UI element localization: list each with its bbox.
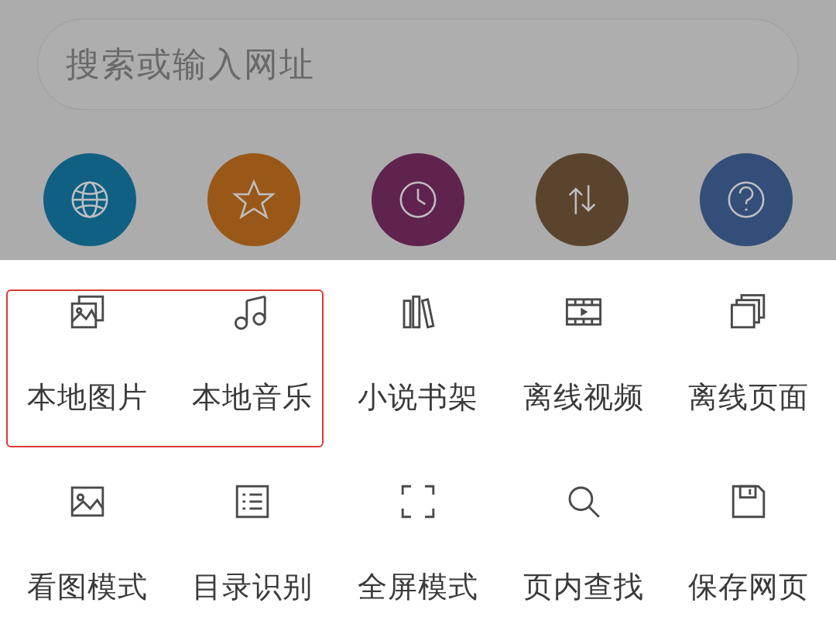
expand-icon [397,479,439,524]
menu-label: 本地图片 [27,378,148,417]
tools-menu-panel: 本地图片 本地音乐 小说书架 [0,260,836,607]
pages-stack-icon [728,289,769,334]
menu-label: 本地音乐 [192,378,313,417]
question-icon [725,178,768,221]
svg-point-10 [745,208,747,211]
images-stack-icon [67,289,108,334]
svg-line-6 [418,200,425,204]
menu-label: 小说书架 [358,378,478,417]
menu-label: 保存网页 [688,567,809,607]
menu-item-find-in-page[interactable]: 页内查找 [501,479,666,607]
menu-item-local-music[interactable]: 本地音乐 [170,289,336,417]
quick-globe[interactable] [43,153,136,246]
menu-label: 目录识别 [192,567,313,607]
menu-label: 离线视频 [523,378,644,417]
menu-item-bookshelf[interactable]: 小说书架 [335,289,501,417]
svg-point-36 [77,495,83,500]
video-player-icon [563,289,605,334]
quick-history[interactable] [372,153,464,246]
svg-marker-21 [422,300,433,327]
floppy-save-icon [728,479,769,524]
svg-marker-46 [733,486,764,517]
menu-item-offline-pages[interactable]: 离线页面 [666,289,831,417]
svg-marker-3 [235,182,273,217]
search-bar[interactable]: 搜索或输入网址 [37,19,799,110]
menu-item-offline-video[interactable]: 离线视频 [501,289,666,417]
svg-rect-19 [404,301,410,327]
quick-help[interactable] [700,153,793,246]
list-icon [231,479,273,524]
menu-label: 看图模式 [27,567,148,607]
picture-icon [67,479,108,524]
menu-item-image-mode[interactable]: 看图模式 [5,479,170,607]
menu-label: 离线页面 [688,378,809,417]
svg-point-44 [570,488,592,510]
books-icon [397,289,439,334]
menu-item-toc-detect[interactable]: 目录识别 [170,479,336,607]
menu-label: 全屏模式 [358,567,478,607]
menu-label: 页内查找 [523,567,644,607]
svg-point-15 [254,313,265,324]
tools-grid: 本地图片 本地音乐 小说书架 [5,289,831,607]
browser-home-dimmed-area: 搜索或输入网址 [0,0,836,260]
svg-rect-34 [732,305,755,327]
music-notes-icon [231,289,273,334]
svg-point-14 [236,317,247,328]
star-icon [232,178,276,221]
quick-access-row [37,153,799,246]
svg-line-18 [247,296,265,300]
menu-item-local-images[interactable]: 本地图片 [5,289,170,417]
svg-rect-20 [413,296,420,327]
search-placeholder: 搜索或输入网址 [66,42,315,87]
svg-marker-31 [581,308,588,317]
menu-item-fullscreen[interactable]: 全屏模式 [335,479,501,607]
svg-line-45 [589,507,599,517]
globe-icon [68,178,111,221]
quick-bookmarks[interactable] [207,153,300,246]
quick-downloads[interactable] [536,153,629,246]
svg-rect-47 [740,486,755,497]
updown-arrows-icon [560,178,604,221]
search-icon [563,479,605,524]
clock-icon [396,178,440,221]
menu-item-save-page[interactable]: 保存网页 [666,479,831,607]
